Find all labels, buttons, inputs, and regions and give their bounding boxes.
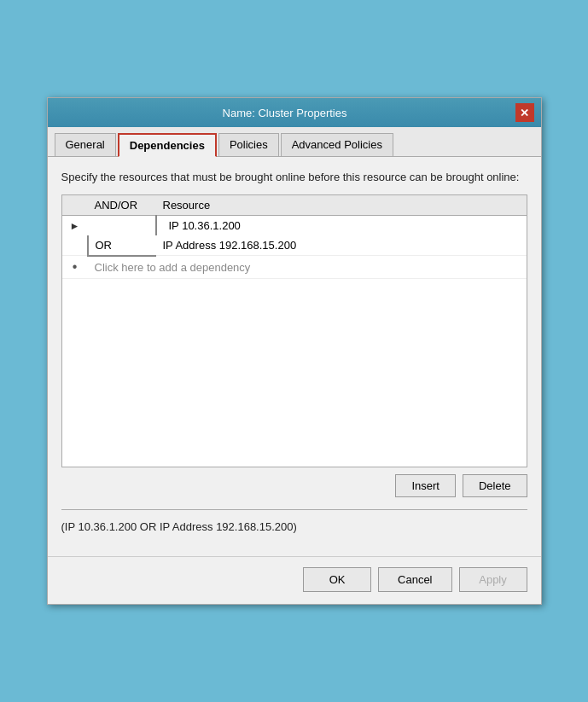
col-header-resource: Resource xyxy=(156,195,527,216)
tab-advanced-policies[interactable]: Advanced Policies xyxy=(281,133,393,157)
table-row[interactable]: ► IP 10.36.1.200 xyxy=(62,215,527,235)
apply-button[interactable]: Apply xyxy=(459,567,527,592)
footer-buttons: OK Cancel Apply xyxy=(48,556,541,604)
separator xyxy=(61,509,527,510)
description-text: Specify the resources that must be broug… xyxy=(61,169,527,186)
dialog-title: Name: Cluster Properties xyxy=(55,107,515,119)
tab-policies[interactable]: Policies xyxy=(218,133,279,157)
row-andor: OR xyxy=(88,235,156,256)
col-header-andor: AND/OR xyxy=(88,195,156,216)
dialog-window: Name: Cluster Properties ✕ General Depen… xyxy=(47,97,542,605)
col-header-icon xyxy=(62,195,88,216)
close-button[interactable]: ✕ xyxy=(515,103,534,122)
ok-button[interactable]: OK xyxy=(303,567,371,592)
tab-bar: General Dependencies Policies Advanced P… xyxy=(48,127,541,157)
dot-icon: • xyxy=(73,259,78,274)
cancel-button[interactable]: Cancel xyxy=(378,567,451,592)
row-icon: ► xyxy=(62,215,88,235)
add-icon: • xyxy=(62,256,88,279)
row-resource: IP Address 192.168.15.200 xyxy=(156,235,527,256)
dependencies-table-container: AND/OR Resource ► IP 10.36.1.200 xyxy=(61,194,527,467)
add-dependency-row[interactable]: • Click here to add a dependency xyxy=(62,256,527,279)
tab-content: Specify the resources that must be broug… xyxy=(48,157,541,551)
table-row[interactable]: OR IP Address 192.168.15.200 xyxy=(62,235,527,256)
dependencies-table: AND/OR Resource ► IP 10.36.1.200 xyxy=(62,195,527,280)
tab-general[interactable]: General xyxy=(55,133,116,157)
title-bar: Name: Cluster Properties ✕ xyxy=(48,98,541,127)
delete-button[interactable]: Delete xyxy=(463,474,527,497)
table-action-buttons: Insert Delete xyxy=(61,467,527,504)
row-icon xyxy=(62,235,88,256)
row-resource: IP 10.36.1.200 xyxy=(156,215,527,235)
tab-dependencies[interactable]: Dependencies xyxy=(118,133,217,157)
dependency-expression: (IP 10.36.1.200 OR IP Address 192.168.15… xyxy=(61,515,527,539)
arrow-icon: ► xyxy=(70,220,80,232)
insert-button[interactable]: Insert xyxy=(395,474,456,497)
row-andor xyxy=(88,215,156,235)
add-dependency-label: Click here to add a dependency xyxy=(88,256,527,279)
